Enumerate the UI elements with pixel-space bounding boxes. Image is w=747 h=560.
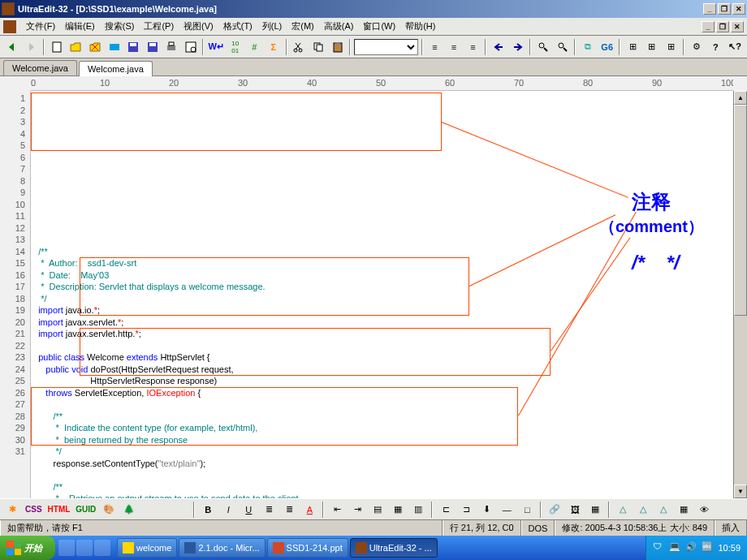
- new-button[interactable]: [48, 38, 66, 56]
- find-button[interactable]: [534, 38, 552, 56]
- font-combo[interactable]: [354, 39, 417, 55]
- sum-button[interactable]: Σ: [265, 38, 283, 56]
- goto-button[interactable]: G6: [598, 38, 616, 56]
- al-button[interactable]: ▤: [369, 501, 386, 519]
- bold-button[interactable]: B: [199, 501, 217, 519]
- menu-project[interactable]: 工程(P): [139, 19, 179, 34]
- scroll-down-button[interactable]: ▼: [734, 485, 747, 498]
- forward-button[interactable]: [23, 38, 41, 56]
- find-files-button[interactable]: [554, 38, 572, 56]
- tri1-button[interactable]: △: [614, 501, 632, 519]
- image-button[interactable]: 🖼: [566, 501, 584, 519]
- code-editor[interactable]: 注释 （comment） /* */ /** * Author: ssd1-de…: [31, 91, 733, 498]
- context-help-button[interactable]: ↖?: [726, 38, 744, 56]
- ftp-button[interactable]: [106, 38, 123, 56]
- preview2-button[interactable]: 👁: [695, 501, 713, 519]
- scroll-up-button[interactable]: ▲: [734, 91, 747, 105]
- hr-button[interactable]: —: [498, 501, 516, 519]
- menu-help[interactable]: 帮助(H): [400, 19, 440, 34]
- save-button[interactable]: [124, 38, 142, 56]
- tray-clock[interactable]: 10:59: [718, 543, 741, 553]
- list-button[interactable]: ≣: [260, 501, 278, 519]
- show-spaces-button[interactable]: ⊞: [624, 38, 641, 56]
- redo-button[interactable]: [509, 38, 527, 56]
- tbl-button[interactable]: ▦: [675, 501, 693, 519]
- preview-button[interactable]: [182, 38, 200, 56]
- guid-button[interactable]: GUID: [74, 505, 97, 514]
- tag-button[interactable]: #: [246, 38, 264, 56]
- minimize-button[interactable]: _: [703, 3, 716, 15]
- nbsp-button[interactable]: □: [518, 501, 536, 519]
- bookmark-button[interactable]: ⧉: [579, 38, 597, 56]
- menu-format[interactable]: 格式(T): [218, 19, 257, 34]
- show-lines-button[interactable]: ⊞: [643, 38, 661, 56]
- undo-button[interactable]: [490, 38, 507, 56]
- menu-advanced[interactable]: 高级(A): [319, 19, 359, 34]
- color-picker-button[interactable]: 🎨: [100, 501, 118, 519]
- underline-button[interactable]: U: [240, 501, 257, 519]
- back-button[interactable]: [3, 38, 21, 56]
- print-button[interactable]: [162, 38, 180, 56]
- tray-network-icon[interactable]: 💻: [669, 541, 682, 554]
- vertical-scrollbar[interactable]: ▲ ▼: [733, 91, 747, 498]
- indent-right-button[interactable]: ⇥: [348, 501, 366, 519]
- task-word[interactable]: 2.1.doc - Micr...: [179, 538, 265, 558]
- mdi-minimize-button[interactable]: _: [702, 21, 715, 32]
- css-button[interactable]: CSS: [24, 505, 44, 514]
- help-button[interactable]: ?: [707, 38, 725, 56]
- menu-macro[interactable]: 宏(M): [287, 19, 319, 34]
- tri2-button[interactable]: △: [634, 501, 652, 519]
- saveas-button[interactable]: [144, 38, 162, 56]
- menu-edit[interactable]: 编辑(E): [60, 19, 100, 34]
- maximize-button[interactable]: ❐: [718, 3, 731, 15]
- ql-app-icon[interactable]: [94, 540, 110, 556]
- tab-0[interactable]: Welcome.java: [3, 60, 77, 75]
- mdi-close-button[interactable]: ✕: [731, 21, 744, 32]
- show-all-button[interactable]: ⊞: [663, 38, 680, 56]
- cut-button[interactable]: [291, 38, 309, 56]
- menu-search[interactable]: 搜索(S): [100, 19, 140, 34]
- ac-button[interactable]: ▦: [389, 501, 407, 519]
- align-left-button[interactable]: ≡: [426, 38, 444, 56]
- open-button[interactable]: [67, 38, 85, 56]
- ar-button[interactable]: ▥: [409, 501, 427, 519]
- italic-button[interactable]: I: [219, 501, 237, 519]
- close-file-button[interactable]: [86, 38, 104, 56]
- task-ppt[interactable]: SSD1-214.ppt: [267, 538, 348, 558]
- html-button[interactable]: HTML: [46, 505, 72, 514]
- scroll-thumb[interactable]: [734, 105, 747, 316]
- mdi-restore-button[interactable]: ❐: [716, 21, 729, 32]
- config-button[interactable]: ⚙: [688, 38, 706, 56]
- start-button[interactable]: 开始: [0, 536, 55, 560]
- indent-left-button[interactable]: ⇤: [328, 501, 346, 519]
- link-button[interactable]: 🔗: [546, 501, 563, 519]
- tray-volume-icon[interactable]: 🔊: [685, 541, 698, 554]
- menu-window[interactable]: 窗口(W): [358, 19, 400, 34]
- tree-button[interactable]: 🌲: [120, 501, 138, 519]
- tray-lang-icon[interactable]: 🔤: [702, 541, 715, 554]
- paste-button[interactable]: [329, 38, 347, 56]
- star-button[interactable]: ✱: [3, 501, 21, 519]
- br-button[interactable]: ⬇: [477, 501, 495, 519]
- hex-button[interactable]: 1001: [227, 38, 244, 56]
- menu-file[interactable]: 文件(F): [21, 19, 60, 34]
- align-center-button[interactable]: ≡: [445, 38, 463, 56]
- tri3-button[interactable]: △: [654, 501, 672, 519]
- tab-1[interactable]: Welcome.java: [79, 61, 153, 76]
- menu-column[interactable]: 列(L): [257, 19, 287, 34]
- align-right-button[interactable]: ≡: [464, 38, 482, 56]
- menu-view[interactable]: 视图(V): [179, 19, 218, 34]
- ql-desktop-icon[interactable]: [76, 540, 93, 556]
- char-button[interactable]: A: [300, 501, 318, 519]
- pre-button[interactable]: ⊏: [437, 501, 455, 519]
- p-button[interactable]: ⊐: [457, 501, 475, 519]
- task-welcome[interactable]: welcome: [117, 538, 177, 558]
- close-button[interactable]: ✕: [732, 3, 745, 15]
- ql-ie-icon[interactable]: [58, 540, 75, 556]
- word-wrap-button[interactable]: W↵: [207, 38, 225, 56]
- ol-button[interactable]: ≣: [280, 501, 298, 519]
- copy-button[interactable]: [309, 38, 327, 56]
- table-button[interactable]: ▦: [586, 501, 604, 519]
- tray-shield-icon[interactable]: 🛡: [653, 541, 666, 554]
- task-ultraedit[interactable]: UltraEdit-32 - ...: [350, 538, 438, 558]
